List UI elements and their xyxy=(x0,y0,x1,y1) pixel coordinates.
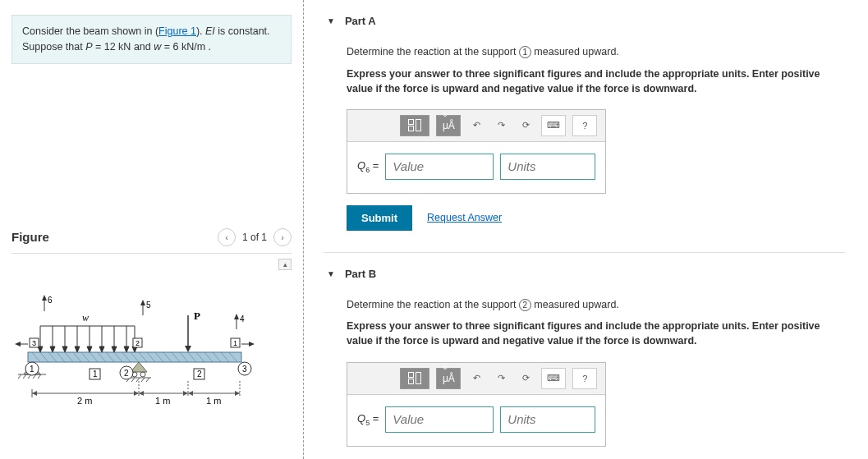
svg-text:1 m: 1 m xyxy=(155,396,170,406)
prev-figure-button[interactable]: ‹ xyxy=(218,228,236,246)
figure-nav: ‹ 1 of 1 › xyxy=(218,228,292,246)
svg-marker-50 xyxy=(75,347,80,352)
figure-title: Figure xyxy=(11,230,49,244)
svg-text:1: 1 xyxy=(93,369,98,379)
part-a-body: Determine the reaction at the support 1 … xyxy=(347,45,845,231)
part-b-value-input[interactable] xyxy=(385,406,494,433)
part-a-value-input[interactable] xyxy=(385,154,494,180)
svg-marker-48 xyxy=(62,347,67,352)
part-a-answer-box: μÅ ↶ ↷ ⟳ ⌨ ? Q6 = xyxy=(347,109,606,194)
part-a-note: Express your answer to three significant… xyxy=(347,67,845,96)
collapse-icon: ▼ xyxy=(327,16,335,25)
svg-line-41 xyxy=(146,378,149,382)
svg-text:2 m: 2 m xyxy=(77,396,92,406)
keyboard-button[interactable]: ⌨ xyxy=(541,368,566,389)
svg-text:2: 2 xyxy=(135,339,140,347)
svg-marker-46 xyxy=(50,347,55,352)
figure-counter: 1 of 1 xyxy=(242,232,267,243)
svg-marker-100 xyxy=(134,391,139,396)
svg-marker-102 xyxy=(139,391,144,396)
svg-text:1: 1 xyxy=(30,365,34,374)
svg-marker-81 xyxy=(249,342,255,347)
svg-marker-52 xyxy=(87,347,92,352)
part-a-request-answer-link[interactable]: Request Answer xyxy=(427,212,502,223)
units-button[interactable]: μÅ xyxy=(436,115,461,136)
svg-line-38 xyxy=(131,378,135,382)
svg-marker-99 xyxy=(32,391,37,396)
svg-line-32 xyxy=(38,374,41,379)
reset-button[interactable]: ⟳ xyxy=(517,368,535,389)
part-b-header[interactable]: ▼ Part B xyxy=(327,268,845,280)
part-a-title: Part A xyxy=(345,15,376,27)
part-a-var-label: Q6 = xyxy=(357,159,379,174)
svg-text:1 m: 1 m xyxy=(206,396,221,406)
svg-text:2: 2 xyxy=(124,369,129,378)
svg-marker-69 xyxy=(140,300,145,305)
svg-line-40 xyxy=(141,378,145,382)
svg-line-29 xyxy=(23,374,26,379)
part-a-instruction: Determine the reaction at the support 1 … xyxy=(347,45,845,60)
figure-section: Figure ‹ 1 of 1 › ▴ xyxy=(11,228,292,410)
intro-text: Consider the beam shown in ( xyxy=(22,25,158,37)
part-b-title: Part B xyxy=(345,268,376,280)
help-button[interactable]: ? xyxy=(572,368,597,389)
svg-line-28 xyxy=(18,374,21,379)
part-a-header[interactable]: ▼ Part A xyxy=(327,15,845,27)
svg-marker-103 xyxy=(183,391,188,396)
svg-marker-56 xyxy=(112,347,117,352)
template-button[interactable] xyxy=(400,368,429,389)
part-b-answer-box: μÅ ↶ ↷ ⟳ ⌨ ? Q5 = xyxy=(347,362,606,447)
svg-marker-66 xyxy=(42,295,47,301)
problem-statement: Consider the beam shown in (Figure 1). E… xyxy=(11,15,292,64)
svg-marker-72 xyxy=(234,314,239,319)
redo-button[interactable]: ↷ xyxy=(492,368,510,389)
svg-marker-62 xyxy=(185,346,191,352)
svg-marker-106 xyxy=(235,391,240,396)
beam-diagram: w P 6 5 4 3 2 1 1 xyxy=(11,287,292,410)
svg-marker-54 xyxy=(99,347,104,352)
svg-marker-58 xyxy=(124,347,129,352)
svg-text:3: 3 xyxy=(242,365,247,374)
part-b-body: Determine the reaction at the support 2 … xyxy=(347,298,845,447)
part-b-var-label: Q5 = xyxy=(357,412,379,427)
svg-text:1: 1 xyxy=(233,339,237,347)
redo-button[interactable]: ↷ xyxy=(492,115,510,136)
figure-link[interactable]: Figure 1 xyxy=(158,25,196,37)
answer-panel: ▼ Part A Determine the reaction at the s… xyxy=(304,0,868,459)
svg-text:3: 3 xyxy=(32,339,36,347)
problem-panel: Consider the beam shown in (Figure 1). E… xyxy=(0,0,304,459)
next-figure-button[interactable]: › xyxy=(273,228,292,246)
svg-text:w: w xyxy=(82,312,89,324)
help-button[interactable]: ? xyxy=(572,115,597,136)
svg-point-35 xyxy=(140,372,145,377)
part-b-note: Express your answer to three significant… xyxy=(347,319,845,348)
part-a-toolbar: μÅ ↶ ↷ ⟳ ⌨ ? xyxy=(347,110,605,142)
svg-text:P: P xyxy=(194,310,200,322)
svg-text:2: 2 xyxy=(197,369,202,379)
scroll-up-button[interactable]: ▴ xyxy=(278,259,292,270)
template-button[interactable] xyxy=(400,115,429,136)
units-button[interactable]: μÅ xyxy=(436,368,461,389)
part-a-units-input[interactable] xyxy=(500,154,595,180)
undo-button[interactable]: ↶ xyxy=(467,368,485,389)
part-b-instruction: Determine the reaction at the support 2 … xyxy=(347,298,845,313)
svg-text:5: 5 xyxy=(146,301,151,310)
part-b-toolbar: μÅ ↶ ↷ ⟳ ⌨ ? xyxy=(347,363,605,395)
undo-button[interactable]: ↶ xyxy=(467,115,485,136)
collapse-icon: ▼ xyxy=(327,269,335,278)
reset-button[interactable]: ⟳ xyxy=(517,115,535,136)
part-a-submit-button[interactable]: Submit xyxy=(347,205,412,231)
svg-marker-105 xyxy=(188,391,193,396)
svg-text:6: 6 xyxy=(48,296,53,305)
svg-text:4: 4 xyxy=(240,314,245,324)
svg-marker-75 xyxy=(15,342,21,347)
part-b-units-input[interactable] xyxy=(500,406,595,433)
keyboard-button[interactable]: ⌨ xyxy=(541,115,566,136)
